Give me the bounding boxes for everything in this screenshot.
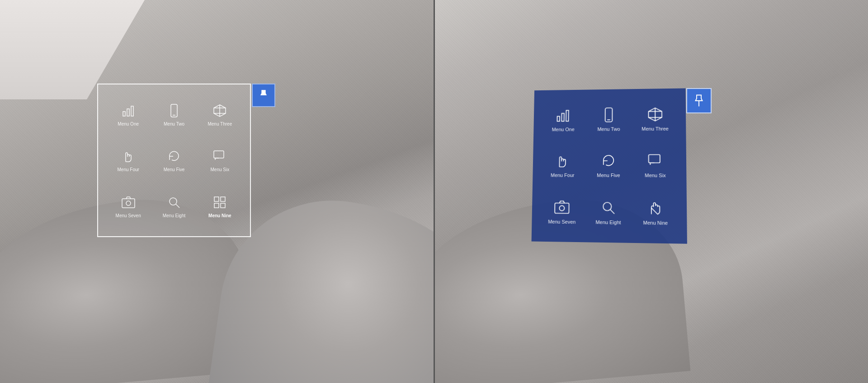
right-menu-item-eight[interactable]: Menu Eight [587,190,630,234]
left-menu-label-seven: Menu Seven [116,213,141,218]
cube-icon [212,103,228,119]
right-menu-label-eight: Menu Eight [595,219,621,225]
svg-rect-15 [221,197,225,201]
right-menu-label-three: Menu Three [642,126,669,131]
svg-line-13 [176,204,179,208]
left-menu-label-nine: Menu Nine [208,213,231,218]
left-menu-item-eight[interactable]: Menu Eight [153,185,195,227]
svg-rect-28 [555,203,569,213]
search-icon-right [599,198,617,217]
left-menu-item-five[interactable]: Menu Five [153,139,195,181]
left-menu-item-one[interactable]: Menu One [107,93,149,135]
pin-icon-left [257,89,270,102]
right-menu-label-five: Menu Five [597,173,620,178]
left-menu-item-four[interactable]: Menu Four [107,139,149,181]
right-menu-label-six: Menu Six [645,173,666,178]
left-menu-item-six[interactable]: Menu Six [199,139,241,181]
svg-rect-1 [127,109,129,116]
right-panel: Menu One Menu Two Menu Three Menu Fou [434,0,868,383]
chat-icon [212,148,228,164]
left-menu-item-two[interactable]: Menu Two [153,93,195,135]
left-menu-label-two: Menu Two [164,121,184,126]
svg-rect-9 [214,151,224,158]
left-menu-item-seven[interactable]: Menu Seven [107,185,149,227]
svg-rect-18 [557,117,560,121]
right-menu-label-nine: Menu Nine [643,220,668,225]
svg-rect-14 [214,197,219,201]
right-menu-item-two[interactable]: Menu Two [587,98,630,140]
right-menu-label-seven: Menu Seven [548,219,576,224]
svg-rect-17 [221,203,225,208]
left-menu-item-three[interactable]: Menu Three [199,93,241,135]
svg-line-31 [610,210,614,214]
right-menu-item-six[interactable]: Menu Six [633,143,677,187]
svg-rect-10 [122,199,135,208]
right-pin-button[interactable] [686,88,712,113]
left-menu-item-nine[interactable]: Menu Nine [199,185,241,227]
left-menu-label-eight: Menu Eight [163,213,186,218]
left-menu-label-four: Menu Four [117,167,139,172]
refresh-icon-right [599,152,618,170]
right-menu-item-one[interactable]: Menu One [542,98,584,140]
bar-chart-icon [120,103,137,119]
right-menu-label-one: Menu One [552,127,575,132]
svg-point-30 [603,202,611,210]
svg-rect-19 [562,113,565,121]
left-menu-overlay: Menu One Menu Two Menu Three Menu Fou [97,84,251,237]
pin-icon-right [692,94,706,107]
main-container: Menu One Menu Two Menu Three Menu Fou [0,0,868,383]
svg-rect-20 [566,111,569,121]
right-menu-item-seven[interactable]: Menu Seven [541,190,584,233]
panel-divider [434,0,435,383]
left-panel: Menu One Menu Two Menu Three Menu Fou [0,0,434,383]
right-menu-label-two: Menu Two [597,126,620,132]
hand-icon [120,148,137,164]
hand-open-icon-right [646,198,665,217]
right-menu-item-nine[interactable]: Menu Nine [633,190,677,234]
cube-icon-right [646,106,664,124]
bar-chart-icon-right [554,107,572,124]
search-icon [166,194,182,210]
svg-point-11 [126,201,131,206]
right-menu-item-five[interactable]: Menu Five [587,144,630,187]
right-menu-label-four: Menu Four [551,173,574,178]
right-menu-item-three[interactable]: Menu Three [633,97,677,140]
chat-icon-right [646,152,665,170]
svg-rect-16 [214,203,219,208]
svg-rect-0 [123,112,125,116]
svg-rect-2 [131,106,133,116]
left-pin-button[interactable] [252,84,275,107]
left-menu-label-three: Menu Three [208,121,232,126]
svg-point-29 [560,206,565,210]
phone-icon-right [600,106,618,124]
phone-icon [166,103,182,119]
left-menu-label-five: Menu Five [164,167,185,172]
right-menu-item-four[interactable]: Menu Four [541,144,584,186]
left-menu-label-six: Menu Six [210,167,229,172]
left-menu-label-one: Menu One [118,121,139,126]
camera-icon-right [553,198,571,216]
grid-icon [212,194,228,210]
svg-rect-27 [648,154,660,163]
svg-point-12 [170,198,177,205]
camera-icon [120,194,137,210]
right-menu-overlay: Menu One Menu Two Menu Three Menu Fou [532,88,687,243]
refresh-icon [166,148,182,164]
hand-icon-right [554,152,572,170]
